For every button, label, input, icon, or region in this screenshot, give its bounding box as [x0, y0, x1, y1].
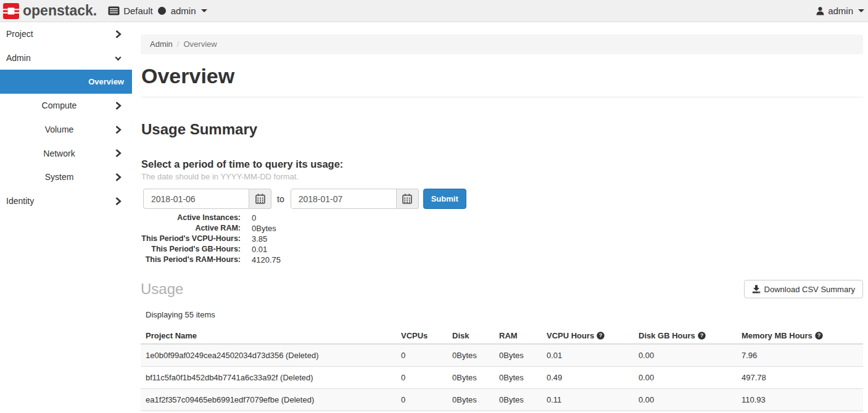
items-count: Displaying 55 items — [146, 310, 863, 319]
col-disk-gb-hours[interactable]: Disk GB Hours? — [634, 325, 737, 344]
col-disk[interactable]: Disk — [447, 325, 494, 344]
usage-heading: Usage — [141, 280, 183, 298]
title-divider — [141, 97, 863, 97]
stat-row: Active Instances: 0 — [141, 213, 863, 223]
cell-memory-mb-hours: 110.93 — [737, 389, 863, 411]
svg-text:?: ? — [700, 332, 704, 338]
to-label: to — [277, 194, 284, 204]
sidebar-item-volume[interactable]: Volume — [0, 118, 132, 142]
sidebar-item-label: Identity — [6, 196, 115, 206]
context-project: admin — [171, 6, 196, 16]
svg-text:?: ? — [817, 332, 821, 338]
stat-value: 0Bytes — [252, 223, 276, 234]
date-from-calendar-addon[interactable] — [249, 189, 271, 209]
help-icon[interactable]: ? — [698, 332, 706, 340]
date-from-group — [143, 189, 271, 209]
chevron-right-icon — [115, 125, 122, 134]
table-row[interactable]: 1e0b0f99af0249cea24502034d73d356 (Delete… — [141, 344, 863, 367]
sidebar-item-identity[interactable]: Identity — [0, 189, 132, 213]
chevron-right-icon — [115, 30, 122, 39]
sidebar-item-label: System — [0, 172, 115, 182]
download-csv-button[interactable]: Download CSV Summary — [744, 280, 863, 298]
stat-label: This Period's RAM-Hours: — [141, 255, 241, 265]
sidebar-item-compute[interactable]: Compute — [0, 94, 132, 118]
context-separator-dot — [158, 7, 166, 15]
date-to-group — [291, 189, 419, 209]
user-name: admin — [828, 6, 853, 16]
cell-disk-gb-hours: 0.00 — [634, 367, 737, 389]
breadcrumb-separator: / — [173, 39, 184, 49]
submit-button[interactable]: Submit — [423, 189, 466, 209]
table-header-row: Project Name VCPUs Disk RAM VCPU Hours? … — [141, 325, 863, 344]
stat-label: This Period's VCPU-Hours: — [141, 234, 241, 244]
cell-vcpus: 0 — [396, 344, 447, 367]
top-navbar: openstack. Default admin admin — [0, 0, 868, 22]
date-to-input[interactable] — [291, 189, 397, 209]
col-vcpu-hours[interactable]: VCPU Hours? — [542, 325, 634, 344]
sidebar-item-admin[interactable]: Admin — [0, 46, 132, 70]
calendar-icon — [402, 194, 412, 204]
context-domain: Default — [123, 6, 153, 16]
sidebar-item-label: Compute — [0, 100, 115, 110]
chevron-down-icon — [115, 54, 122, 62]
user-icon — [816, 7, 824, 15]
date-from-input[interactable] — [143, 189, 249, 209]
sidebar-item-label: Admin — [6, 53, 115, 63]
chevron-right-icon — [115, 173, 122, 182]
stat-row: This Period's RAM-Hours: 4120.75 — [141, 255, 863, 265]
cell-vcpu-hours: 0.49 — [542, 367, 634, 389]
table-row[interactable]: bf11c5fa0f1b452db4b7741a6c33a92f (Delete… — [141, 367, 863, 389]
sidebar-item-network[interactable]: Network — [0, 141, 132, 165]
breadcrumb-admin[interactable]: Admin — [150, 39, 173, 49]
page-title: Overview — [141, 63, 863, 88]
breadcrumb-current: Overview — [183, 39, 217, 49]
cell-disk: 0Bytes — [447, 344, 494, 367]
download-label: Download CSV Summary — [764, 285, 855, 294]
chevron-right-icon — [115, 101, 122, 110]
cell-ram: 0Bytes — [494, 389, 542, 411]
cell-project-name: ea1f2f357c09465eb6991edf7079efbe (Delete… — [141, 389, 396, 411]
table-row[interactable] — [141, 411, 863, 413]
sidebar-item-system[interactable]: System — [0, 165, 132, 189]
sidebar-item-label: Project — [6, 29, 115, 39]
cell-vcpus: 0 — [396, 389, 447, 411]
user-menu[interactable]: admin — [816, 6, 867, 16]
side-navigation: Project Admin Overview Compute Volume Ne… — [0, 22, 132, 213]
col-vcpus[interactable]: VCPUs — [396, 325, 447, 344]
table-row[interactable]: ea1f2f357c09465eb6991edf7079efbe (Delete… — [141, 389, 863, 411]
col-memory-mb-hours[interactable]: Memory MB Hours? — [737, 325, 863, 344]
col-project-name[interactable]: Project Name — [141, 325, 396, 344]
date-to-calendar-addon[interactable] — [397, 189, 419, 209]
help-icon[interactable]: ? — [597, 332, 605, 340]
cell-vcpus: 0 — [396, 367, 447, 389]
sidebar-item-project[interactable]: Project — [0, 22, 132, 46]
help-icon[interactable]: ? — [815, 332, 823, 340]
cell-disk-gb-hours: 0.00 — [634, 389, 737, 411]
stat-label: Active RAM: — [141, 223, 241, 234]
stat-value: 4120.75 — [252, 255, 281, 265]
domain-icon — [108, 6, 120, 15]
usage-summary-heading: Usage Summary — [141, 121, 863, 138]
cell-disk: 0Bytes — [447, 367, 494, 389]
cell-memory-mb-hours: 7.96 — [737, 344, 863, 367]
brand[interactable]: openstack. — [3, 2, 97, 19]
cell-project-name: 1e0b0f99af0249cea24502034d73d356 (Delete… — [141, 344, 396, 367]
context-switcher[interactable]: Default admin — [108, 6, 207, 16]
stat-row: Active RAM: 0Bytes — [141, 223, 863, 234]
stat-row: This Period's VCPU-Hours: 3.85 — [141, 234, 863, 244]
sidebar-item-label: Overview — [0, 77, 132, 86]
openstack-logo-icon — [3, 3, 19, 19]
usage-section-header: Usage Download CSV Summary — [141, 280, 863, 298]
sidebar-item-overview[interactable]: Overview — [0, 70, 132, 94]
svg-text:?: ? — [599, 332, 603, 338]
usage-stats: Active Instances: 0 Active RAM: 0Bytes T… — [141, 213, 863, 265]
sidebar-item-label: Volume — [0, 125, 115, 134]
cell-vcpu-hours: 0.01 — [542, 344, 634, 367]
period-prompt: Select a period of time to query its usa… — [141, 158, 863, 170]
context-caret-icon — [201, 9, 207, 12]
chevron-right-icon — [115, 197, 122, 206]
cell-ram: 0Bytes — [494, 367, 542, 389]
cell-memory-mb-hours: 497.78 — [737, 367, 863, 389]
col-ram[interactable]: RAM — [494, 325, 542, 344]
calendar-icon — [255, 194, 265, 204]
